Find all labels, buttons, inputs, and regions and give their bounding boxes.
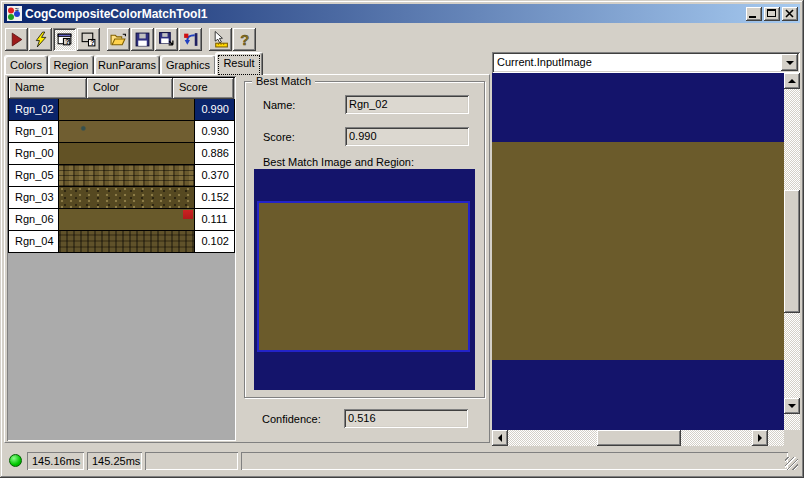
svg-text:≈: ≈ [15,6,19,13]
run-icon [8,31,25,48]
float-window-icon: ? [80,31,97,48]
table-row[interactable]: Rgn_05 0.370 [9,165,235,187]
svg-text:?: ? [65,38,69,45]
resize-grip[interactable] [785,457,798,470]
cell-score: 0.990 [195,99,235,121]
cell-name: Rgn_00 [9,143,59,165]
help-icon: ? [236,31,253,48]
cell-color-swatch [59,209,196,231]
close-icon [785,9,795,18]
pointer-tool-button[interactable] [209,28,232,51]
arrow-down-icon [788,404,796,412]
confidence-value-field: 0.516 [344,409,468,428]
image-selector-combobox[interactable]: Current.InputImage [492,52,800,73]
tab-result[interactable]: Result [215,52,263,75]
tab-graphics[interactable]: Graphics [160,55,216,74]
maximize-button[interactable] [764,7,780,21]
status-bar: 145.16ms 145.25ms [4,449,800,473]
table-row[interactable]: Rgn_00 0.886 [9,143,235,165]
float-result-window-button[interactable]: ? [77,28,100,51]
table-row[interactable]: Rgn_04 0.102 [9,231,235,253]
reset-icon [182,31,199,48]
cell-name: Rgn_06 [9,209,59,231]
tab-runparams[interactable]: RunParams [94,55,160,74]
lightning-icon [32,31,49,48]
toolbar: ? ? [4,26,800,53]
table-row[interactable]: Rgn_03 0.152 [9,187,235,209]
table-row[interactable]: Rgn_01 0.930 [9,121,235,143]
column-header-color[interactable]: Color [87,78,173,99]
minimize-button[interactable] [746,7,762,21]
arrow-right-icon [758,434,766,442]
svg-text:?: ? [90,39,94,46]
run-button[interactable] [5,28,28,51]
help-button[interactable]: ? [233,28,256,51]
grid-header-row: Name Color Score [9,78,235,99]
reset-button[interactable] [179,28,202,51]
save-as-button[interactable] [155,28,178,51]
combobox-dropdown-button[interactable] [781,54,798,71]
best-match-image-caption: Best Match Image and Region: [263,156,414,168]
cell-name: Rgn_01 [9,121,59,143]
cell-color-swatch [59,99,196,121]
arrow-up-icon [788,75,796,83]
input-image-display [492,73,800,446]
cell-name: Rgn_05 [9,165,59,187]
cell-score: 0.152 [195,187,235,209]
vertical-scroll-thumb[interactable] [784,190,800,313]
show-result-window-button[interactable]: ? [53,28,76,51]
tab-region[interactable]: Region [48,55,94,74]
cell-score: 0.370 [195,165,235,187]
maximize-icon [767,9,776,17]
name-label: Name: [263,99,295,111]
save-button[interactable] [131,28,154,51]
cell-color-swatch [59,143,196,165]
cell-name: Rgn_03 [9,187,59,209]
cell-name: Rgn_04 [9,231,59,253]
cell-name: Rgn_02 [9,99,59,121]
results-grid-area: Name Color Score Rgn_02 0.990 Rgn_01 0.9… [7,76,236,441]
horizontal-scroll-thumb[interactable] [597,430,681,446]
cell-score: 0.111 [195,209,235,231]
pointer-ruler-icon [212,31,229,48]
image-brown-band [492,142,784,360]
open-button[interactable] [107,28,130,51]
column-header-name[interactable]: Name [9,78,87,99]
group-title: Best Match [252,75,315,87]
input-image-canvas[interactable] [492,73,784,430]
scroll-left-button[interactable] [492,430,508,446]
tab-colors[interactable]: Colors [4,55,48,74]
minimize-icon [749,16,756,18]
vertical-scrollbar[interactable] [784,73,800,430]
cell-color-swatch [59,187,196,209]
chevron-down-icon [786,61,794,69]
result-window-icon: ? [56,31,73,48]
status-indicator-led [9,454,22,467]
confidence-label: Confidence: [262,413,321,425]
scroll-down-button[interactable] [784,398,800,414]
horizontal-scrollbar[interactable] [492,430,784,446]
column-header-score[interactable]: Score [173,78,234,99]
table-row[interactable]: Rgn_06 0.111 [9,209,235,231]
app-icon: ≈ [7,6,22,21]
scroll-up-button[interactable] [784,73,800,89]
table-row[interactable]: Rgn_02 0.990 [9,99,235,121]
svg-text:?: ? [240,32,249,48]
arrow-left-icon [494,434,502,442]
window-title: CogCompositeColorMatchTool1 [25,7,744,21]
results-grid: Name Color Score Rgn_02 0.990 Rgn_01 0.9… [8,77,235,253]
open-folder-icon [110,31,127,48]
run-time-panel: 145.16ms [27,452,84,470]
cell-score: 0.102 [195,231,235,253]
cell-color-swatch [59,121,196,143]
score-label: Score: [263,131,295,143]
close-button[interactable] [782,7,798,21]
status-panel-empty-1 [145,452,238,470]
electric-run-button[interactable] [29,28,52,51]
cell-color-swatch [59,231,196,253]
best-match-image [254,169,475,390]
name-value-field: Rgn_02 [345,95,469,114]
scroll-right-button[interactable] [752,430,768,446]
total-time-panel: 145.25ms [87,452,142,470]
cell-score: 0.930 [195,121,235,143]
